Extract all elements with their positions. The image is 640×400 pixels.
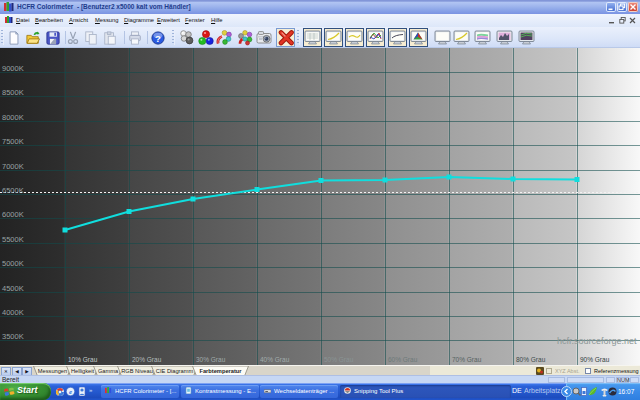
svg-text:e: e [69,388,72,396]
svg-text:?: ? [155,33,161,44]
